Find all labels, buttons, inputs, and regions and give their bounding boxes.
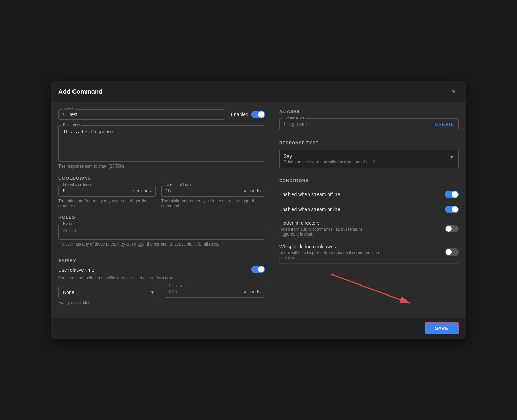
cooldowns-title: COOLDOWNS: [58, 176, 265, 181]
roles-select-wrap: Roles Select...: [58, 224, 265, 240]
cooldown-row: Global cooldown 5 seconds The minimum fr…: [58, 185, 265, 208]
close-button[interactable]: ×: [449, 87, 459, 97]
response-label: Response: [61, 123, 81, 127]
global-cooldown-unit: seconds: [133, 188, 151, 193]
condition-toggle-whisper[interactable]: [445, 248, 459, 256]
enabled-toggle[interactable]: [251, 111, 265, 118]
response-type-desc: Prints the message normally (no targetin…: [284, 160, 449, 164]
condition-knob-directory: [446, 226, 452, 232]
alias-prefix-icon: !: [284, 121, 285, 127]
condition-toggle-offline[interactable]: [445, 191, 459, 198]
right-panel: ALIASES Create Alias ! CREATE RESPONSE T…: [272, 102, 466, 318]
expires-in-wrap: Expires in 600 seconds: [165, 286, 265, 298]
response-type-value: Say: [284, 153, 449, 159]
condition-sub-whisper: Users will be whispered the response if …: [279, 250, 383, 260]
condition-label-directory: Hidden in directory: [279, 220, 383, 226]
expiry-hint: You can either select a specific time, o…: [58, 276, 265, 280]
condition-knob-offline: [452, 191, 458, 198]
global-cooldown-inner: Global cooldown 5 seconds: [58, 185, 156, 197]
alias-input[interactable]: [286, 121, 435, 127]
create-alias-label: Create Alias: [282, 116, 305, 120]
name-row: Name ! Enabled: [58, 109, 265, 120]
condition-knob-whisper: [446, 249, 452, 255]
expiry-hint2: Expiry is disabled.: [58, 300, 159, 305]
red-arrow-annotation: [279, 267, 459, 309]
user-cooldown-value: 15: [166, 188, 171, 193]
expiry-none-select-wrap: None 1 minute 5 minutes 10 minutes 30 mi…: [58, 286, 159, 299]
condition-row-online: Enabled when stream online: [279, 202, 459, 217]
expiry-none-arrow-icon: ▼: [150, 290, 155, 295]
save-button[interactable]: SAVE: [425, 322, 459, 334]
modal-title: Add Command: [58, 88, 103, 96]
expires-in-value: 600: [169, 289, 177, 294]
enabled-label: Enabled: [231, 112, 248, 117]
condition-toggle-online[interactable]: [445, 206, 459, 213]
condition-sub-directory: Hides from public commands list, but rem…: [279, 227, 383, 237]
response-textarea[interactable]: This is a test Response.: [63, 129, 261, 157]
expiry-title-row: EXPIRY Use relative time: [58, 258, 265, 274]
user-cooldown-hint: The minimum frequency a single user can …: [161, 199, 265, 208]
roles-label: Roles: [61, 221, 74, 226]
condition-knob-online: [452, 206, 458, 212]
user-cooldown-label: User cooldown: [164, 182, 192, 187]
enabled-toggle-knob: [258, 111, 264, 118]
global-cooldown-label: Global cooldown: [61, 182, 92, 187]
condition-row-whisper: Whisper during cooldowns Users will be w…: [279, 240, 459, 264]
enabled-row: Enabled: [231, 111, 265, 118]
condition-label-whisper: Whisper during cooldowns: [279, 244, 383, 249]
modal-body: Name ! Enabled Response This is a test R…: [51, 102, 466, 318]
svg-line-1: [331, 274, 410, 303]
expiry-title: EXPIRY: [58, 258, 94, 263]
user-cooldown-unit: seconds: [243, 188, 261, 193]
roles-placeholder[interactable]: Select...: [63, 228, 80, 233]
global-cooldown-hint: The minimum frequency any user can trigg…: [58, 199, 156, 208]
condition-label-offline: Enabled when stream offline: [279, 192, 340, 197]
condition-row-directory: Hidden in directory Hides from public co…: [279, 217, 459, 240]
response-wrap: Response This is a test Response.: [58, 125, 265, 162]
modal-header: Add Command ×: [51, 81, 466, 102]
divider-1: [279, 136, 459, 136]
global-cooldown-value: 5: [63, 188, 66, 193]
use-relative-time-toggle[interactable]: [251, 266, 265, 273]
aliases-title: ALIASES: [279, 109, 459, 114]
divider-2: [279, 173, 459, 173]
expiry-dropdowns: None 1 minute 5 minutes 10 minutes 30 mi…: [58, 286, 265, 311]
modal: Add Command × Name ! Enabled: [51, 81, 466, 339]
arrow-annotation-container: [279, 267, 459, 309]
response-hint: The response sent to chat. (25/500): [58, 164, 265, 169]
response-type-arrow-icon: ▼: [449, 154, 454, 160]
modal-footer: SAVE: [51, 318, 466, 339]
response-type-title: RESPONSE TYPE: [279, 141, 459, 146]
alias-input-wrap: Create Alias ! CREATE: [279, 118, 459, 130]
roles-hint: If a user has any of these roles, they c…: [58, 242, 265, 247]
expires-in-unit: seconds: [243, 289, 261, 294]
use-relative-time-knob: [258, 266, 264, 272]
name-input[interactable]: [65, 112, 221, 117]
name-field-wrap: Name !: [58, 109, 225, 120]
expires-in-label: Expires in: [168, 283, 187, 288]
name-label: Name: [62, 107, 75, 111]
user-cooldown-box: User cooldown 15 seconds The minimum fre…: [161, 185, 265, 208]
name-prefix: !: [63, 112, 64, 117]
create-alias-button[interactable]: CREATE: [435, 122, 454, 127]
use-relative-time-label: Use relative time: [58, 267, 94, 273]
roles-title: ROLES: [58, 214, 265, 220]
expiry-none-select[interactable]: None 1 minute 5 minutes 10 minutes 30 mi…: [63, 290, 150, 295]
condition-label-online: Enabled when stream online: [279, 207, 340, 212]
condition-toggle-directory[interactable]: [445, 225, 459, 232]
response-type-select[interactable]: Say Prints the message normally (no targ…: [279, 150, 459, 168]
left-panel: Name ! Enabled Response This is a test R…: [51, 102, 272, 318]
user-cooldown-inner: User cooldown 15 seconds: [161, 185, 265, 197]
conditions-title: CONDITIONS: [279, 178, 459, 183]
condition-row-offline: Enabled when stream offline: [279, 187, 459, 202]
global-cooldown-box: Global cooldown 5 seconds The minimum fr…: [58, 185, 156, 208]
